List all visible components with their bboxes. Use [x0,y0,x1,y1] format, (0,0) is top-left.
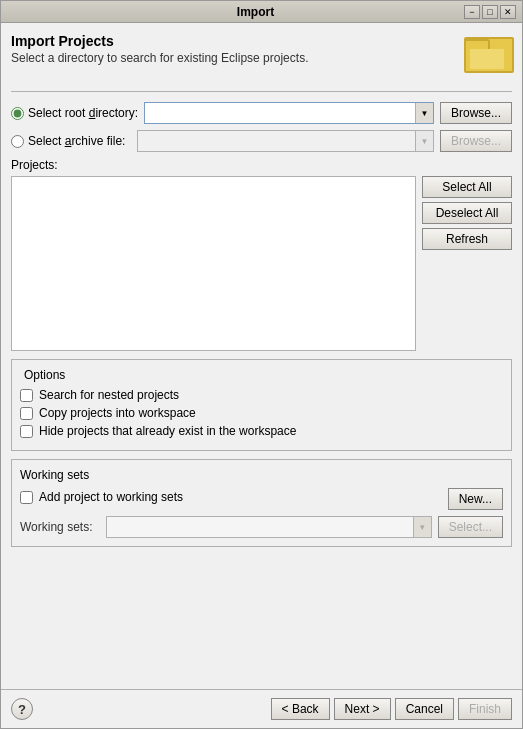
new-working-set-button[interactable]: New... [448,488,503,510]
footer-left: ? [11,698,33,720]
root-directory-input[interactable] [145,103,415,123]
archive-label-text: Select archive file: [28,134,125,148]
search-nested-label: Search for nested projects [39,388,179,402]
page-subtitle: Select a directory to search for existin… [11,51,308,65]
page-title: Import Projects [11,33,308,49]
root-label-text: Select root directory: [28,106,138,120]
copy-projects-checkbox[interactable] [20,407,33,420]
hide-existing-checkbox[interactable] [20,425,33,438]
add-working-sets-label: Add project to working sets [39,490,183,504]
working-sets-arrow[interactable]: ▼ [413,517,431,537]
root-directory-row: Select root directory: ▼ Browse... [11,102,512,124]
cancel-button[interactable]: Cancel [395,698,454,720]
dialog-footer: ? < Back Next > Cancel Finish [1,689,522,728]
deselect-all-button[interactable]: Deselect All [422,202,512,224]
header-separator [11,91,512,92]
title-bar: Import − □ ✕ [1,1,522,23]
working-sets-input[interactable] [107,517,413,537]
working-sets-legend: Working sets [20,468,503,482]
select-working-set-button[interactable]: Select... [438,516,503,538]
dialog-header: Import Projects Select a directory to se… [11,33,512,81]
refresh-button[interactable]: Refresh [422,228,512,250]
hide-existing-label: Hide projects that already exist in the … [39,424,296,438]
folder-icon [464,33,512,81]
options-legend: Options [20,368,503,382]
projects-label: Projects: [11,158,512,172]
help-button[interactable]: ? [11,698,33,720]
next-button[interactable]: Next > [334,698,391,720]
search-nested-row: Search for nested projects [20,388,503,402]
finish-button[interactable]: Finish [458,698,512,720]
root-dropdown-arrow[interactable]: ▼ [415,103,433,123]
root-radio-label[interactable]: Select root directory: [11,106,138,120]
minimize-button[interactable]: − [464,5,480,19]
hide-existing-row: Hide projects that already exist in the … [20,424,503,438]
working-sets-add-row: Add project to working sets New... [20,488,503,510]
archive-radio-label[interactable]: Select archive file: [11,134,131,148]
working-sets-combo[interactable]: ▼ [106,516,432,538]
dialog-content: Import Projects Select a directory to se… [1,23,522,689]
archive-dropdown-arrow[interactable]: ▼ [415,131,433,151]
copy-projects-label: Copy projects into workspace [39,406,196,420]
archive-browse-button[interactable]: Browse... [440,130,512,152]
add-working-sets-checkbox[interactable] [20,491,33,504]
archive-file-combo[interactable]: ▼ [137,130,434,152]
select-all-button[interactable]: Select All [422,176,512,198]
projects-buttons: Select All Deselect All Refresh [422,176,512,351]
close-button[interactable]: ✕ [500,5,516,19]
archive-file-input[interactable] [138,131,415,151]
maximize-button[interactable]: □ [482,5,498,19]
projects-area: Select All Deselect All Refresh [11,176,512,351]
copy-projects-row: Copy projects into workspace [20,406,503,420]
working-sets-input-label: Working sets: [20,520,100,534]
footer-buttons: < Back Next > Cancel Finish [271,698,512,720]
working-sets-section: Working sets Add project to working sets… [11,459,512,547]
search-nested-checkbox[interactable] [20,389,33,402]
root-browse-button[interactable]: Browse... [440,102,512,124]
import-dialog: Import − □ ✕ Import Projects Select a di… [0,0,523,729]
window-controls: − □ ✕ [464,5,516,19]
window-title: Import [47,5,464,19]
projects-list[interactable] [11,176,416,351]
archive-file-row: Select archive file: ▼ Browse... [11,130,512,152]
root-directory-combo[interactable]: ▼ [144,102,434,124]
archive-radio[interactable] [11,135,24,148]
back-button[interactable]: < Back [271,698,330,720]
add-ws-checkbox-row: Add project to working sets [20,490,183,504]
working-sets-input-row: Working sets: ▼ Select... [20,516,503,538]
header-text: Import Projects Select a directory to se… [11,33,308,65]
root-radio[interactable] [11,107,24,120]
options-section: Options Search for nested projects Copy … [11,359,512,451]
